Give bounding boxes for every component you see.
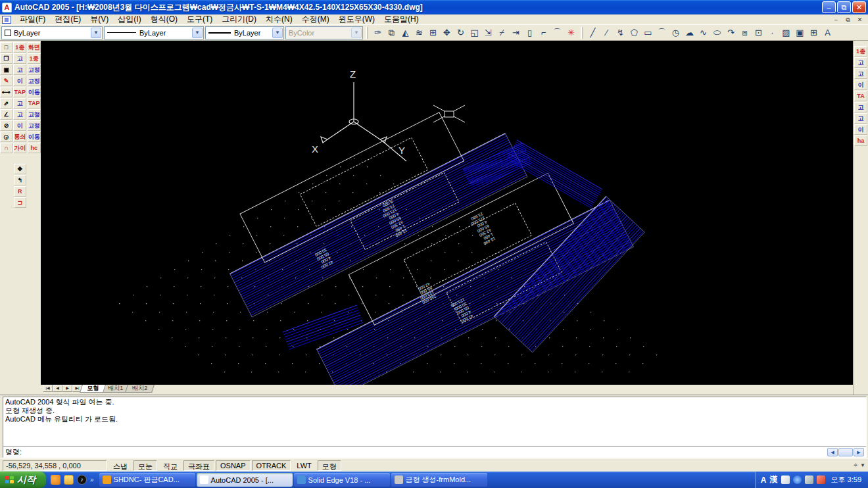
rail-button-고정[interactable]: 고정 (28, 76, 41, 86)
rail-button-화면[interactable]: 화면 (28, 42, 41, 53)
rail-button-고[interactable]: 고 (13, 64, 26, 75)
scroll-thumb[interactable] (838, 448, 853, 456)
open-icon[interactable]: ❐ (0, 53, 12, 64)
rail-button-고정[interactable]: 고정 (28, 109, 41, 120)
rectangle-icon[interactable]: ▭ (641, 26, 655, 39)
rail-button-고[interactable]: 고 (854, 57, 867, 68)
explode-icon[interactable]: ✳ (564, 26, 578, 39)
folder-icon[interactable] (64, 475, 74, 485)
taskbar-task-0[interactable]: SHDNC- 판금CAD... (99, 473, 195, 487)
undo-arrow-icon[interactable]: ↰ (14, 175, 26, 185)
trim-icon[interactable]: ⌿ (495, 26, 509, 39)
status-toggle-스냅[interactable]: 스냅 (108, 460, 132, 471)
status-toggle-OTRACK[interactable]: OTRACK (252, 460, 291, 471)
ime-hanja-indicator[interactable]: 漢 (770, 474, 778, 485)
tab-layout2[interactable]: 배치2 (125, 385, 155, 393)
drawing-canvas[interactable]: ZXY13.4901.48042.30065.0004.000121.00023… (41, 41, 853, 385)
rail-button-이[interactable]: 이 (13, 76, 26, 86)
menu-dimension[interactable]: 치수(N) (261, 14, 297, 25)
copy-icon[interactable]: ⧉ (385, 26, 398, 39)
rail-button-TAP[interactable]: TAP (13, 87, 26, 97)
clamp-icon[interactable]: ⊐ (14, 197, 26, 208)
new-icon[interactable]: □ (0, 42, 12, 53)
move-icon[interactable]: ✥ (440, 26, 454, 39)
chevron-down-icon[interactable]: ▼ (91, 28, 101, 38)
redraw-icon[interactable]: R (14, 186, 26, 197)
dimstyle-icon[interactable]: ✎ (0, 76, 12, 86)
tab-model[interactable]: 모형 (80, 385, 106, 393)
status-toggle-직교[interactable]: 직교 (158, 460, 182, 471)
linear-dim-icon[interactable]: ⟷ (0, 87, 12, 97)
arc-icon[interactable]: ⌒ (655, 26, 669, 39)
make-block-icon[interactable]: ⊡ (752, 26, 765, 39)
mdi-minimize-button[interactable]: – (831, 15, 842, 24)
communication-center-icon[interactable]: ⌖ (854, 461, 857, 470)
toolbar-grip[interactable] (366, 27, 368, 39)
mdi-close-button[interactable]: ✕ (854, 15, 865, 24)
chamfer-icon[interactable]: ⌐ (537, 26, 550, 39)
rail-button-1종[interactable]: 1종 (854, 46, 867, 57)
chevron-down-icon[interactable]: ▼ (192, 28, 203, 38)
tab-prev-button[interactable]: ◀ (53, 385, 62, 392)
color-combo[interactable]: ByLayer ▼ (1, 26, 103, 39)
aligned-dim-icon[interactable]: ⇗ (0, 98, 12, 109)
command-history[interactable]: AutoCAD 2004 형식 파일 여는 중. 모형 재생성 중. AutoC… (3, 397, 866, 446)
tray-pen-icon[interactable] (781, 476, 790, 484)
polygon-icon[interactable]: ⬠ (627, 26, 641, 39)
insert-block-icon[interactable]: ⧈ (738, 26, 752, 39)
polyline-icon[interactable]: ↯ (614, 26, 627, 39)
point-icon[interactable]: · (765, 26, 779, 39)
matchprop-icon[interactable]: ✑ (371, 26, 385, 39)
minimize-button[interactable]: – (822, 1, 836, 13)
media-player-icon[interactable]: ♪ (77, 475, 87, 485)
offset-icon[interactable]: ≋ (412, 26, 426, 39)
rail-button-이[interactable]: 이 (13, 120, 26, 131)
command-prompt[interactable]: 명령: (5, 447, 22, 457)
menu-tools[interactable]: 도구(T) (182, 14, 217, 25)
rail-button-고[interactable]: 고 (13, 98, 26, 109)
rail-button-이동[interactable]: 이동 (28, 132, 41, 142)
osnap-magnet-icon[interactable]: ∩ (0, 143, 12, 153)
construction-line-icon[interactable]: ⁄ (600, 26, 614, 39)
array-icon[interactable]: ⊞ (426, 26, 440, 39)
tray-utility-icon[interactable] (817, 476, 825, 484)
rail-button-이[interactable]: 이 (854, 124, 867, 135)
rail-button-고정[interactable]: 고정 (28, 120, 41, 131)
rail-button-hc[interactable]: hc (28, 143, 41, 153)
status-toggle-모눈[interactable]: 모눈 (133, 460, 157, 471)
lineweight-combo[interactable]: ByLayer ▼ (205, 26, 284, 39)
status-toggle-모형[interactable]: 모형 (318, 460, 341, 471)
menu-window[interactable]: 윈도우(W) (334, 14, 379, 25)
rail-button-1종[interactable]: 1종 (13, 42, 26, 53)
rail-button-고[interactable]: 고 (854, 113, 867, 124)
rail-button-이[interactable]: 이 (854, 80, 867, 90)
menu-modify[interactable]: 수정(M) (297, 14, 334, 25)
taskbar-task-1[interactable]: AutoCAD 2005 - [... (197, 473, 293, 487)
rail-button-가이[interactable]: 가이 (13, 143, 26, 153)
menu-file[interactable]: 파일(F) (15, 14, 50, 25)
diameter-dim-icon[interactable]: ⊘ (0, 120, 12, 131)
rail-button-TA[interactable]: TA (854, 91, 867, 101)
menu-insert[interactable]: 삽입(I) (113, 14, 145, 25)
table-icon[interactable]: ⊞ (807, 26, 821, 39)
scroll-left-icon[interactable]: ◀ (827, 448, 838, 456)
status-toggle-OSNAP[interactable]: OSNAP (216, 460, 251, 471)
status-menu-arrow-icon[interactable]: ▼ (860, 462, 865, 468)
tray-updater-icon[interactable] (793, 476, 802, 484)
tab-next-button[interactable]: ▶ (62, 385, 72, 392)
radius-dim-icon[interactable]: ◶ (0, 132, 12, 142)
toolbar-grip[interactable] (581, 27, 583, 39)
spline-icon[interactable]: ∿ (696, 26, 710, 39)
tray-messenger-icon[interactable] (805, 476, 813, 484)
chevron-down-icon[interactable]: ▼ (272, 28, 283, 38)
scale-icon[interactable]: ◱ (468, 26, 481, 39)
stretch-icon[interactable]: ⇲ (481, 26, 495, 39)
rail-button-고[interactable]: 고 (13, 109, 26, 120)
line-icon[interactable]: ╱ (586, 26, 600, 39)
start-button[interactable]: 시작 (0, 472, 46, 488)
extend-icon[interactable]: ⇥ (509, 26, 523, 39)
rail-button-TAP[interactable]: TAP (28, 98, 41, 109)
rotate-icon[interactable]: ↻ (454, 26, 468, 39)
linetype-combo[interactable]: ByLayer ▼ (104, 26, 204, 39)
menu-format[interactable]: 형식(O) (146, 14, 182, 25)
